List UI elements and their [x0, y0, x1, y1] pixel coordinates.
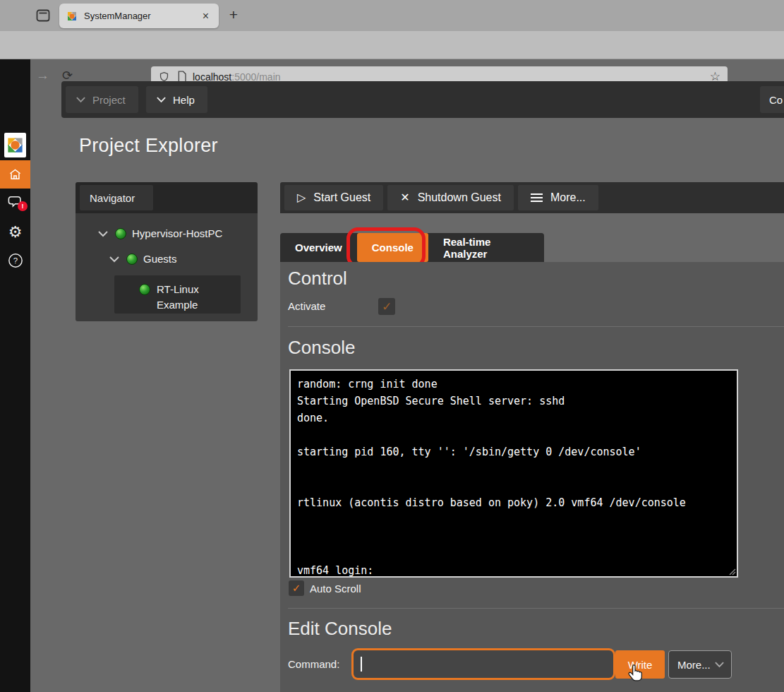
terminal-output: random: crng init done Starting OpenBSD … — [291, 371, 737, 584]
home-icon — [8, 167, 23, 181]
check-icon: ✓ — [382, 299, 392, 314]
toolbar-more-button[interactable]: More... — [518, 185, 598, 210]
navigator-header: Navigator — [76, 182, 258, 213]
node-status-icon — [126, 253, 138, 265]
start-guest-label: Start Guest — [313, 191, 370, 204]
command-input[interactable] — [351, 648, 615, 680]
forward-icon: → — [36, 68, 49, 83]
edit-console-heading: Edit Console — [288, 618, 392, 640]
command-more-dropdown[interactable]: More... — [668, 650, 732, 679]
control-heading: Control — [288, 268, 347, 290]
menu-icon — [531, 193, 543, 202]
console-heading: Console — [288, 337, 355, 359]
gear-icon: ⚙ — [8, 225, 23, 240]
page-title: Project Explorer — [79, 135, 218, 157]
divider — [288, 608, 784, 609]
menu-help-label: Help — [173, 94, 195, 106]
divider — [288, 326, 784, 327]
tree-item-hypervisor[interactable]: Hypervisor-HostPC — [97, 227, 222, 239]
text-caret — [361, 657, 362, 672]
tab-title: SystemManager — [84, 11, 200, 21]
write-label: Write — [628, 659, 653, 671]
guest-toolbar: ▷ Start Guest ✕ Shutdown Guest More... — [280, 182, 784, 213]
activate-label: Activate — [288, 300, 325, 312]
menu-project-button[interactable]: Project — [66, 86, 138, 113]
sidebar-item-settings[interactable]: ⚙ — [0, 223, 30, 241]
tree-item-guests[interactable]: Guests — [108, 253, 177, 265]
tree-item-rtlinux-selected[interactable]: RT-Linux Example — [114, 275, 241, 314]
chevron-down-icon — [714, 661, 725, 668]
console-terminal[interactable]: random: crng init done Starting OpenBSD … — [289, 369, 738, 578]
tree-item-label: Guests — [143, 253, 177, 265]
command-more-label: More... — [677, 659, 711, 671]
chevron-down-icon — [76, 96, 86, 103]
logo-pinwheel-icon — [6, 136, 25, 155]
command-label: Command: — [288, 658, 339, 670]
question-circle-icon: ? — [8, 253, 23, 268]
sidebar-item-home[interactable] — [0, 160, 30, 189]
chevron-down-icon[interactable] — [108, 255, 121, 263]
tab-close-icon[interactable]: × — [200, 10, 212, 23]
autoscroll-checkbox[interactable]: ✓ — [289, 580, 304, 596]
menu-right-label: Co — [769, 94, 783, 106]
chevron-down-icon — [156, 96, 167, 103]
navigator-tree: Hypervisor-HostPC Guests RT-Linux Exampl… — [76, 213, 258, 321]
resize-grip-icon[interactable] — [728, 567, 736, 575]
app-sidebar: ! ⚙ ? — [0, 59, 30, 692]
new-tab-button[interactable]: + — [224, 6, 243, 24]
tab-console[interactable]: Console — [357, 233, 428, 262]
menu-project-label: Project — [92, 94, 126, 106]
notification-badge: ! — [18, 201, 28, 211]
tree-item-label: Hypervisor-HostPC — [132, 227, 222, 239]
favicon-pinwheel-icon — [66, 11, 78, 22]
browser-tab-systemmanager[interactable]: SystemManager × — [59, 4, 219, 28]
tree-item-label: RT-Linux Example — [157, 282, 213, 313]
menu-help-button[interactable]: Help — [146, 86, 207, 113]
chevron-down-icon[interactable] — [97, 229, 109, 238]
tab-overview[interactable]: Overview — [280, 233, 357, 262]
app-menubar: Project Help Co — [61, 81, 784, 118]
write-button[interactable]: Write — [615, 650, 665, 679]
tab-overview-icon[interactable] — [32, 6, 54, 25]
shutdown-guest-button[interactable]: ✕ Shutdown Guest — [387, 185, 514, 210]
navigator-tab[interactable]: Navigator — [80, 185, 153, 210]
sidebar-item-help[interactable]: ? — [0, 251, 30, 270]
svg-text:?: ? — [13, 256, 17, 265]
menu-right-button[interactable]: Co — [760, 86, 784, 113]
activate-checkbox[interactable]: ✓ — [378, 298, 395, 315]
tab-realtime-analyzer[interactable]: Real-time Analyzer — [428, 233, 544, 262]
play-icon: ▷ — [297, 192, 306, 203]
node-status-icon — [139, 284, 150, 295]
toolbar-more-label: More... — [550, 191, 586, 204]
console-tab-content: Control Activate ✓ Console random: crng … — [280, 262, 784, 692]
autoscroll-label: Auto Scroll — [310, 583, 361, 595]
app-logo — [4, 133, 26, 157]
view-tabbar: Overview Console Real-time Analyzer — [280, 233, 544, 262]
close-icon: ✕ — [400, 192, 409, 203]
browser-toolbar: ← → ⟳ localhost:5000/main ☆ — [0, 31, 784, 59]
node-status-icon — [115, 228, 126, 239]
shutdown-guest-label: Shutdown Guest — [418, 191, 501, 204]
start-guest-button[interactable]: ▷ Start Guest — [284, 185, 383, 210]
browser-tab-strip: SystemManager × + — [0, 0, 784, 31]
check-icon: ✓ — [292, 582, 301, 595]
